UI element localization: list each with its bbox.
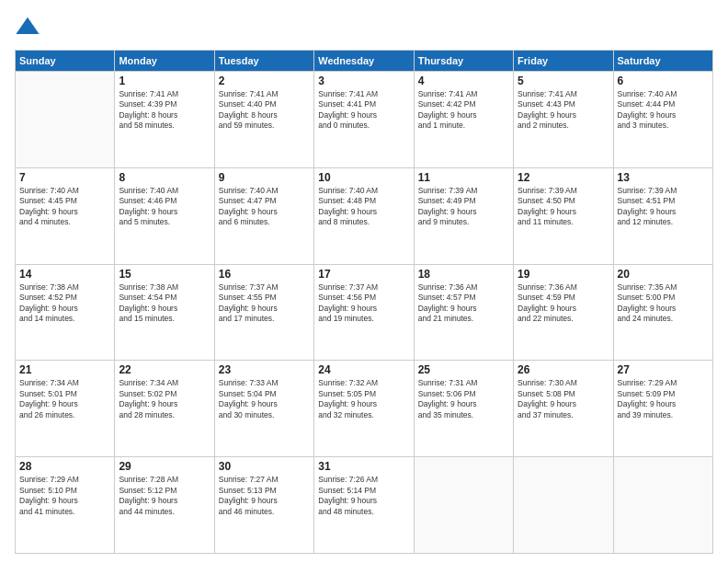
day-number: 8 xyxy=(119,171,210,184)
calendar-cell xyxy=(514,457,613,554)
day-info: Sunrise: 7:41 AMSunset: 4:39 PMDaylight:… xyxy=(119,89,210,132)
day-header-tuesday: Tuesday xyxy=(214,51,313,72)
day-info: Sunrise: 7:27 AMSunset: 5:13 PMDaylight:… xyxy=(219,475,310,517)
week-row-5: 28Sunrise: 7:29 AMSunset: 5:10 PMDayligh… xyxy=(16,457,713,554)
week-row-3: 14Sunrise: 7:38 AMSunset: 4:52 PMDayligh… xyxy=(16,264,713,361)
days-header-row: SundayMondayTuesdayWednesdayThursdayFrid… xyxy=(16,51,713,72)
day-number: 12 xyxy=(518,171,609,184)
calendar-cell: 17Sunrise: 7:37 AMSunset: 4:56 PMDayligh… xyxy=(314,264,414,361)
day-number: 2 xyxy=(219,75,310,87)
day-info: Sunrise: 7:26 AMSunset: 5:14 PMDaylight:… xyxy=(318,475,409,517)
calendar-cell: 30Sunrise: 7:27 AMSunset: 5:13 PMDayligh… xyxy=(214,457,313,554)
day-info: Sunrise: 7:40 AMSunset: 4:48 PMDaylight:… xyxy=(318,186,409,228)
calendar-cell xyxy=(16,72,115,168)
day-info: Sunrise: 7:41 AMSunset: 4:40 PMDaylight:… xyxy=(219,89,310,132)
day-info: Sunrise: 7:40 AMSunset: 4:47 PMDaylight:… xyxy=(219,186,310,228)
calendar-cell: 24Sunrise: 7:32 AMSunset: 5:05 PMDayligh… xyxy=(314,361,414,457)
day-info: Sunrise: 7:39 AMSunset: 4:51 PMDaylight:… xyxy=(618,186,709,228)
calendar-cell: 5Sunrise: 7:41 AMSunset: 4:43 PMDaylight… xyxy=(514,72,613,168)
calendar-cell: 3Sunrise: 7:41 AMSunset: 4:41 PMDaylight… xyxy=(314,72,414,168)
day-info: Sunrise: 7:39 AMSunset: 4:50 PMDaylight:… xyxy=(518,186,609,228)
day-header-monday: Monday xyxy=(115,51,214,72)
day-info: Sunrise: 7:37 AMSunset: 4:55 PMDaylight:… xyxy=(219,282,310,325)
day-number: 1 xyxy=(119,75,210,87)
calendar-cell: 16Sunrise: 7:37 AMSunset: 4:55 PMDayligh… xyxy=(214,264,313,361)
day-info: Sunrise: 7:28 AMSunset: 5:12 PMDaylight:… xyxy=(119,475,210,517)
calendar-cell: 6Sunrise: 7:40 AMSunset: 4:44 PMDaylight… xyxy=(613,72,712,168)
day-info: Sunrise: 7:36 AMSunset: 4:59 PMDaylight:… xyxy=(518,282,609,325)
day-info: Sunrise: 7:29 AMSunset: 5:09 PMDaylight:… xyxy=(618,378,709,420)
calendar-cell: 14Sunrise: 7:38 AMSunset: 4:52 PMDayligh… xyxy=(16,264,115,361)
day-number: 13 xyxy=(618,171,709,184)
header xyxy=(15,15,713,40)
logo xyxy=(15,15,44,40)
day-info: Sunrise: 7:32 AMSunset: 5:05 PMDaylight:… xyxy=(318,378,409,420)
day-info: Sunrise: 7:39 AMSunset: 4:49 PMDaylight:… xyxy=(418,186,509,228)
day-info: Sunrise: 7:41 AMSunset: 4:41 PMDaylight:… xyxy=(318,89,409,132)
day-info: Sunrise: 7:33 AMSunset: 5:04 PMDaylight:… xyxy=(219,378,310,420)
day-number: 23 xyxy=(219,363,310,376)
day-number: 9 xyxy=(219,171,310,184)
day-number: 20 xyxy=(618,268,709,281)
day-number: 22 xyxy=(119,363,210,376)
day-info: Sunrise: 7:29 AMSunset: 5:10 PMDaylight:… xyxy=(19,475,110,517)
day-info: Sunrise: 7:40 AMSunset: 4:44 PMDaylight:… xyxy=(618,89,709,132)
calendar-cell xyxy=(414,457,513,554)
week-row-1: 1Sunrise: 7:41 AMSunset: 4:39 PMDaylight… xyxy=(16,72,713,168)
day-info: Sunrise: 7:40 AMSunset: 4:46 PMDaylight:… xyxy=(119,186,210,228)
calendar-cell: 11Sunrise: 7:39 AMSunset: 4:49 PMDayligh… xyxy=(414,167,513,264)
day-header-wednesday: Wednesday xyxy=(314,51,414,72)
calendar-cell: 13Sunrise: 7:39 AMSunset: 4:51 PMDayligh… xyxy=(613,167,712,264)
day-info: Sunrise: 7:40 AMSunset: 4:45 PMDaylight:… xyxy=(19,186,110,228)
day-number: 18 xyxy=(418,268,509,281)
day-header-friday: Friday xyxy=(514,51,613,72)
day-number: 10 xyxy=(318,171,409,184)
calendar-cell xyxy=(613,457,712,554)
calendar-cell: 21Sunrise: 7:34 AMSunset: 5:01 PMDayligh… xyxy=(16,361,115,457)
day-header-sunday: Sunday xyxy=(16,51,115,72)
day-number: 24 xyxy=(318,363,409,376)
day-header-thursday: Thursday xyxy=(414,51,513,72)
week-row-4: 21Sunrise: 7:34 AMSunset: 5:01 PMDayligh… xyxy=(16,361,713,457)
day-header-saturday: Saturday xyxy=(613,51,712,72)
day-info: Sunrise: 7:34 AMSunset: 5:02 PMDaylight:… xyxy=(119,378,210,420)
day-info: Sunrise: 7:30 AMSunset: 5:08 PMDaylight:… xyxy=(518,378,609,420)
day-info: Sunrise: 7:37 AMSunset: 4:56 PMDaylight:… xyxy=(318,282,409,325)
day-info: Sunrise: 7:36 AMSunset: 4:57 PMDaylight:… xyxy=(418,282,509,325)
calendar-cell: 20Sunrise: 7:35 AMSunset: 5:00 PMDayligh… xyxy=(613,264,712,361)
calendar-cell: 28Sunrise: 7:29 AMSunset: 5:10 PMDayligh… xyxy=(16,457,115,554)
day-number: 31 xyxy=(318,460,409,473)
day-number: 16 xyxy=(219,268,310,281)
calendar-cell: 15Sunrise: 7:38 AMSunset: 4:54 PMDayligh… xyxy=(115,264,214,361)
calendar-cell: 25Sunrise: 7:31 AMSunset: 5:06 PMDayligh… xyxy=(414,361,513,457)
calendar-cell: 22Sunrise: 7:34 AMSunset: 5:02 PMDayligh… xyxy=(115,361,214,457)
day-number: 27 xyxy=(618,363,709,376)
day-number: 15 xyxy=(119,268,210,281)
day-number: 28 xyxy=(19,460,110,473)
calendar-cell: 9Sunrise: 7:40 AMSunset: 4:47 PMDaylight… xyxy=(214,167,313,264)
calendar-cell: 18Sunrise: 7:36 AMSunset: 4:57 PMDayligh… xyxy=(414,264,513,361)
calendar-cell: 26Sunrise: 7:30 AMSunset: 5:08 PMDayligh… xyxy=(514,361,613,457)
day-number: 5 xyxy=(518,75,609,87)
calendar-cell: 10Sunrise: 7:40 AMSunset: 4:48 PMDayligh… xyxy=(314,167,414,264)
day-info: Sunrise: 7:34 AMSunset: 5:01 PMDaylight:… xyxy=(19,378,110,420)
calendar-cell: 12Sunrise: 7:39 AMSunset: 4:50 PMDayligh… xyxy=(514,167,613,264)
day-number: 14 xyxy=(19,268,110,281)
calendar-cell: 4Sunrise: 7:41 AMSunset: 4:42 PMDaylight… xyxy=(414,72,513,168)
calendar-cell: 1Sunrise: 7:41 AMSunset: 4:39 PMDaylight… xyxy=(115,72,214,168)
day-number: 6 xyxy=(618,75,709,87)
day-info: Sunrise: 7:41 AMSunset: 4:42 PMDaylight:… xyxy=(418,89,509,132)
day-number: 17 xyxy=(318,268,409,281)
day-number: 11 xyxy=(418,171,509,184)
calendar-cell: 27Sunrise: 7:29 AMSunset: 5:09 PMDayligh… xyxy=(613,361,712,457)
day-number: 3 xyxy=(318,75,409,87)
day-info: Sunrise: 7:41 AMSunset: 4:43 PMDaylight:… xyxy=(518,89,609,132)
logo-icon xyxy=(15,15,40,40)
calendar-cell: 8Sunrise: 7:40 AMSunset: 4:46 PMDaylight… xyxy=(115,167,214,264)
week-row-2: 7Sunrise: 7:40 AMSunset: 4:45 PMDaylight… xyxy=(16,167,713,264)
calendar-cell: 23Sunrise: 7:33 AMSunset: 5:04 PMDayligh… xyxy=(214,361,313,457)
day-info: Sunrise: 7:38 AMSunset: 4:52 PMDaylight:… xyxy=(19,282,110,325)
day-number: 30 xyxy=(219,460,310,473)
day-number: 19 xyxy=(518,268,609,281)
calendar: SundayMondayTuesdayWednesdayThursdayFrid… xyxy=(15,50,713,554)
